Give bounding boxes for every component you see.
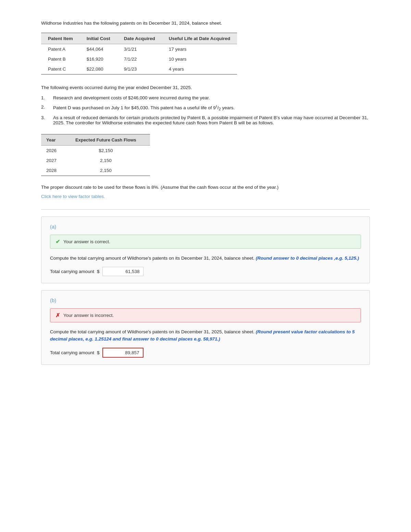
section-a: (a) ✔ Your answer is correct. Compute th… [41,216,370,283]
patent-life-a: 17 years [162,44,237,54]
col-header-cost: Initial Cost [80,33,117,44]
correct-message: Your answer is correct. [63,239,110,244]
intro-text: Wildhorse Industries has the following p… [41,21,370,26]
cashflow-year-3: 2028 [41,165,70,176]
patent-date-a: 3/1/21 [117,44,162,54]
cashflow-year-1: 2026 [41,146,70,156]
event-text-2: Patent D was purchased on July 1 for $45… [53,104,370,111]
section-b-question: Compute the total carrying amount of Wil… [50,329,361,343]
section-b: (b) ✗ Your answer is incorrect. Compute … [41,290,370,365]
table-row: Patent C $22,080 9/1/23 4 years [41,64,237,74]
list-item: 2. Patent D was purchased on July 1 for … [41,104,370,111]
checkmark-icon: ✔ [55,238,60,245]
events-intro: The following events occurred during the… [41,85,370,90]
events-list: 1. Research and development costs of $24… [41,95,370,125]
section-a-rounding: (Round answer to 0 decimal places ,e.g. … [256,256,359,261]
patent-item-c: Patent C [41,64,80,74]
correct-answer-box: ✔ Your answer is correct. [50,235,361,249]
section-a-dollar: $ [97,269,100,274]
cashflow-col-year: Year [41,134,70,146]
col-header-item: Patent Item [41,33,80,44]
table-row: 2028 2,150 [41,165,150,176]
section-b-input-row: Total carrying amount $ [50,348,361,358]
discount-text: The proper discount rate to be used for … [41,185,370,190]
event-text-3: As a result of reduced demands for certa… [53,115,370,125]
section-b-dollar: $ [97,350,100,355]
patents-table: Patent Item Initial Cost Date Acquired U… [41,33,237,75]
table-row: 2026 $2,150 [41,146,150,156]
patent-item-b: Patent B [41,54,80,64]
section-a-input-row: Total carrying amount $ [50,267,361,276]
incorrect-message: Your answer is incorrect. [63,313,114,318]
table-row: Patent A $44,064 3/1/21 17 years [41,44,237,54]
patent-cost-c: $22,080 [80,64,117,74]
events-section: The following events occurred during the… [41,85,370,125]
patent-cost-a: $44,064 [80,44,117,54]
incorrect-answer-box: ✗ Your answer is incorrect. [50,308,361,322]
event-text-1: Research and development costs of $246,0… [53,95,370,100]
list-item: 3. As a result of reduced demands for ce… [41,115,370,125]
event-num-1: 1. [41,95,48,100]
section-b-answer-input[interactable] [102,348,144,358]
table-row: Patent B $16,920 7/1/22 10 years [41,54,237,64]
cashflow-table: Year Expected Future Cash Flows 2026 $2,… [41,134,150,176]
table-row: 2027 2,150 [41,156,150,165]
section-a-input-label: Total carrying amount [50,269,94,274]
section-a-answer-input[interactable] [102,267,144,276]
list-item: 1. Research and development costs of $24… [41,95,370,100]
cashflow-year-2: 2027 [41,156,70,165]
col-header-life: Useful Life at Date Acquired [162,33,237,44]
patent-item-a: Patent A [41,44,80,54]
section-a-label: (a) [50,224,361,230]
event-num-2: 2. [41,104,48,110]
col-header-date: Date Acquired [117,33,162,44]
patent-life-c: 4 years [162,64,237,74]
cashflow-col-amount: Expected Future Cash Flows [70,134,150,146]
event-num-3: 3. [41,115,48,120]
section-b-label: (b) [50,297,361,303]
patent-life-b: 10 years [162,54,237,64]
patent-date-b: 7/1/22 [117,54,162,64]
cashflow-amount-3: 2,150 [70,165,150,176]
section-b-input-label: Total carrying amount [50,350,94,355]
factor-table-link[interactable]: Click here to view factor tables. [41,194,370,199]
cashflow-amount-1: $2,150 [70,146,150,156]
patent-cost-b: $16,920 [80,54,117,64]
x-icon: ✗ [55,312,60,319]
patent-date-c: 9/1/23 [117,64,162,74]
cashflow-amount-2: 2,150 [70,156,150,165]
section-a-question: Compute the total carrying amount of Wil… [50,255,361,262]
section-divider [41,209,370,210]
